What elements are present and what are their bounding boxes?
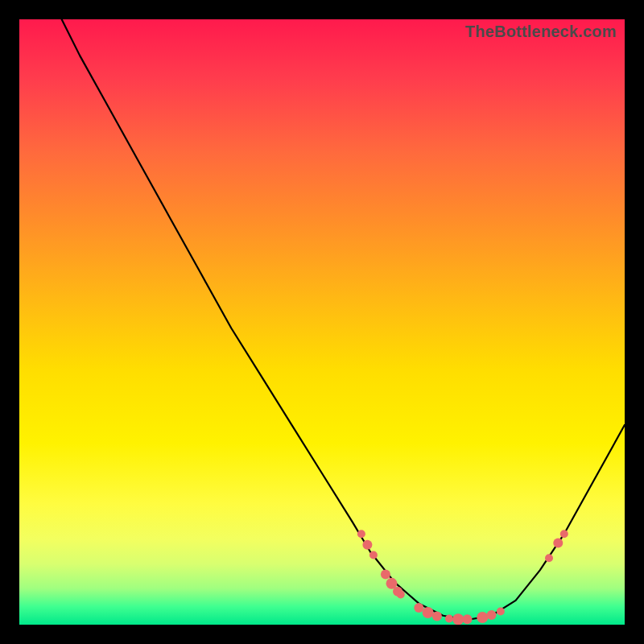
data-marker bbox=[462, 614, 472, 624]
data-marker bbox=[381, 570, 390, 580]
data-marker bbox=[362, 540, 372, 550]
data-marker bbox=[477, 612, 488, 623]
data-marker bbox=[560, 530, 568, 538]
chart-area: TheBottleneck.com bbox=[19, 19, 625, 625]
data-marker bbox=[497, 607, 505, 615]
bottleneck-curve bbox=[62, 19, 625, 620]
data-marker bbox=[553, 538, 563, 547]
data-marker bbox=[423, 607, 434, 618]
data-marker bbox=[357, 530, 365, 538]
chart-svg bbox=[19, 19, 625, 625]
data-marker bbox=[397, 590, 405, 598]
data-marker bbox=[445, 614, 453, 622]
data-marker bbox=[414, 603, 423, 613]
data-marker bbox=[487, 610, 497, 620]
data-marker bbox=[545, 554, 553, 562]
data-marker bbox=[432, 611, 442, 621]
data-marker bbox=[452, 613, 464, 625]
data-marker bbox=[369, 551, 378, 559]
